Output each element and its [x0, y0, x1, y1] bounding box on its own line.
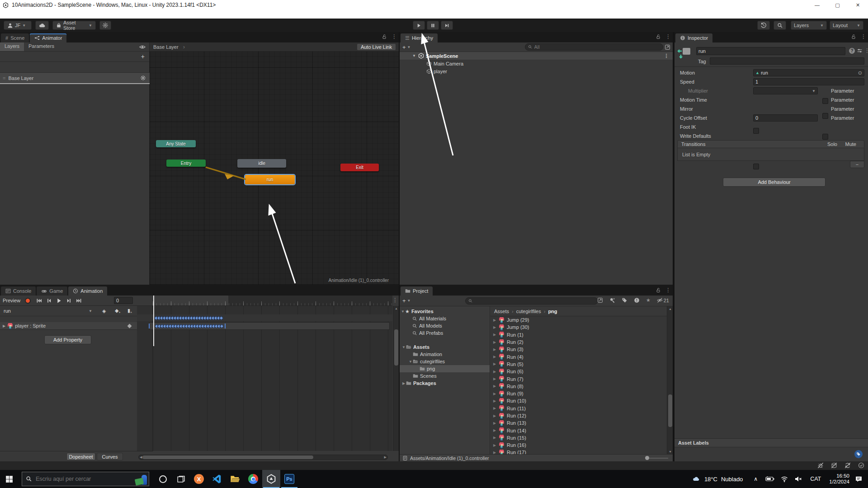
search-by-type-icon[interactable]	[609, 297, 615, 303]
foldout-arrow-icon[interactable]: ▶	[493, 340, 499, 344]
favorites-item[interactable]: All Prefabs	[400, 329, 490, 337]
taskbar-app-file-explorer[interactable]	[226, 470, 244, 488]
tag-field[interactable]	[710, 57, 864, 65]
hierarchy-row[interactable]: player	[400, 67, 673, 75]
foldout-arrow-icon[interactable]: ▶	[493, 355, 499, 359]
sprite-track-row[interactable]: ▶ player : Sprite	[0, 322, 137, 330]
scrollbar-thumb[interactable]	[668, 394, 672, 427]
foldout-arrow-icon[interactable]: ▶	[493, 406, 499, 410]
lock-icon[interactable]	[382, 34, 387, 39]
kebab-menu-icon[interactable]: ⋮	[864, 47, 868, 54]
weather-temp[interactable]: 18°C	[704, 476, 717, 483]
favorites-item[interactable]: All Models	[400, 322, 490, 329]
cache-server-disabled-icon[interactable]	[831, 462, 837, 469]
project-search[interactable]	[465, 297, 598, 305]
previous-key-button[interactable]	[46, 298, 52, 304]
undo-history-button[interactable]	[757, 21, 770, 30]
taskbar-app-xampp[interactable]: X	[190, 470, 208, 488]
Run (8)[interactable]: ▶ Run (8)	[491, 383, 667, 390]
object-picker-icon[interactable]: ⊙	[858, 70, 862, 76]
pause-button[interactable]	[427, 21, 439, 30]
taskbar-app-vscode[interactable]	[208, 470, 226, 488]
tab-game[interactable]: Game	[37, 286, 67, 296]
Run (10)[interactable]: ▶ Run (10)	[491, 397, 667, 404]
layer-settings-gear-icon[interactable]	[140, 75, 146, 81]
layers-visibility-dropdown[interactable]: Layers▼	[791, 21, 827, 30]
add-behaviour-button[interactable]: Add Behaviour	[723, 178, 826, 187]
debugger-disabled-icon[interactable]	[817, 462, 824, 469]
favorites-header[interactable]: ▼ ★ Favorites	[400, 308, 490, 315]
kebab-menu-icon[interactable]: ⋮	[664, 53, 669, 59]
project-tree-item[interactable]: ▼ cutegirlfiles	[400, 358, 490, 365]
animator-graph-canvas[interactable]: Base Layer › Auto Live Link Any State En…	[150, 42, 399, 285]
Run (13)[interactable]: ▶ Run (13)	[491, 419, 667, 427]
mirror-parameter-checkbox[interactable]	[822, 134, 828, 140]
taskbar-search-input[interactable]	[36, 476, 113, 482]
minimize-button[interactable]: —	[807, 0, 827, 10]
add-layer-button[interactable]: +	[141, 53, 145, 60]
Run (7)[interactable]: ▶ Run (7)	[491, 375, 667, 382]
foldout-arrow-icon[interactable]: ▶	[493, 436, 499, 440]
state-node-run[interactable]: run	[245, 175, 295, 184]
tab-scene[interactable]: # Scene	[1, 33, 29, 42]
foldout-arrow-icon[interactable]: ▶	[493, 421, 499, 425]
tab-inspector[interactable]: Inspector	[675, 33, 712, 42]
curves-button[interactable]: Curves	[97, 453, 123, 460]
asset-label-tag-button[interactable]	[854, 450, 863, 458]
foldout-arrow-icon[interactable]: ▶	[493, 333, 499, 337]
keyboard-language[interactable]: CAT	[810, 476, 821, 482]
hidden-packages-count[interactable]: 21	[657, 297, 669, 303]
foldout-arrow-icon[interactable]: ▶	[493, 414, 499, 418]
foldout-arrow-icon[interactable]: ▶	[493, 347, 499, 352]
notification-center-icon[interactable]	[855, 475, 863, 483]
taskbar-app-chrome[interactable]	[244, 470, 262, 488]
state-node-exit[interactable]: Exit	[340, 164, 379, 171]
breadcrumb-base-layer[interactable]: Base Layer	[153, 44, 179, 50]
Jump (29)[interactable]: ▶ Jump (29)	[491, 316, 667, 324]
scroll-up-icon[interactable]: ▲	[393, 307, 399, 310]
state-node-any-state[interactable]: Any State	[156, 140, 196, 147]
tab-hierarchy[interactable]: ☰ Hierarchy	[401, 33, 438, 42]
first-key-button[interactable]	[36, 298, 42, 304]
timeline-hscrollbar[interactable]: ◀ ▶	[138, 455, 388, 460]
project-search-input[interactable]	[475, 298, 595, 304]
chevron-down-icon[interactable]: ▼	[89, 309, 92, 313]
hierarchy-search-input[interactable]	[534, 44, 660, 50]
project-tree-item[interactable]: ▶ Packages	[400, 380, 490, 387]
project-tree-item[interactable]: png	[400, 365, 490, 372]
next-key-button[interactable]	[66, 298, 72, 304]
kebab-menu-icon[interactable]: ⋮	[665, 287, 671, 293]
taskbar-app-unity[interactable]	[262, 470, 280, 488]
Run (4)[interactable]: ▶ Run (4)	[491, 353, 667, 360]
frame-nav-icon[interactable]: ◈	[102, 308, 106, 314]
state-node-entry[interactable]: Entry	[166, 160, 206, 167]
multiplier-dropdown[interactable]: ▼	[753, 87, 818, 94]
Run (15)[interactable]: ▶ Run (15)	[491, 434, 667, 441]
tab-project[interactable]: Project	[401, 286, 433, 296]
timeline-ruler[interactable]: ⋮	[153, 296, 392, 306]
keyframe-diamonds[interactable]	[154, 323, 226, 329]
foot-ik-checkbox[interactable]	[753, 164, 759, 169]
foldout-arrow-icon[interactable]: ▶	[493, 370, 499, 374]
clip-dropdown[interactable]: run	[4, 308, 11, 314]
pick-window-icon[interactable]	[665, 44, 670, 50]
speed-field[interactable]	[753, 78, 864, 85]
volume-muted-icon[interactable]	[794, 475, 802, 483]
progress-ok-icon[interactable]	[858, 462, 864, 469]
scroll-up-icon[interactable]: ▲	[667, 307, 673, 310]
weather-desc[interactable]: Nublado	[721, 476, 743, 483]
project-tree-item[interactable]: ▼ Assets	[400, 343, 490, 351]
scroll-down-icon[interactable]: ▼	[667, 450, 673, 453]
asset-store-dropdown[interactable]: Asset Store▼	[52, 21, 96, 30]
step-button[interactable]	[441, 21, 453, 30]
kebab-menu-icon[interactable]: ⋮	[665, 33, 671, 40]
taskbar-app-task-view[interactable]	[172, 470, 190, 488]
scroll-right-icon[interactable]: ▶	[384, 455, 387, 459]
breadcrumb-assets[interactable]: Assets	[494, 309, 509, 314]
add-property-button[interactable]: Add Property	[44, 335, 91, 344]
motion-time-parameter-checkbox[interactable]	[822, 113, 828, 119]
importance-icon[interactable]	[634, 297, 640, 303]
Run (2)[interactable]: ▶ Run (2)	[491, 338, 667, 346]
foldout-arrow-icon[interactable]: ▶	[493, 362, 499, 366]
close-button[interactable]: ✕	[848, 0, 868, 10]
